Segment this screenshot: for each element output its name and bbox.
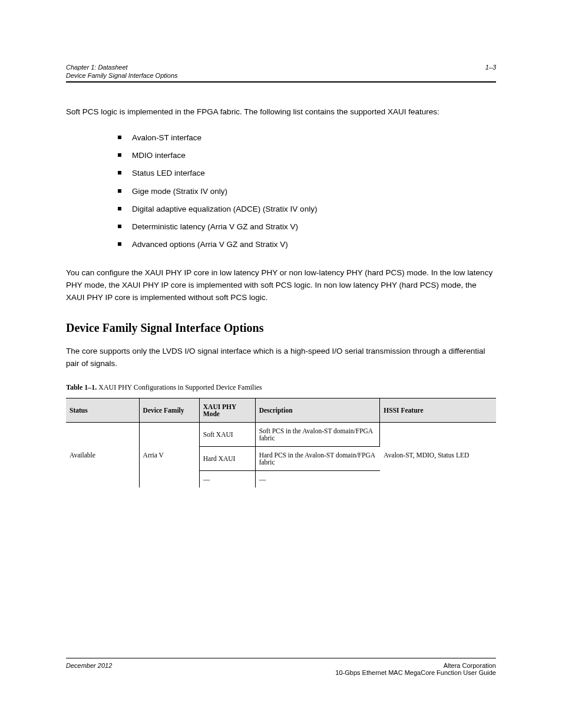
col-status: Status: [66, 398, 139, 423]
col-device: Device Family: [139, 398, 199, 423]
section-heading: Device Family Signal Interface Options: [66, 321, 496, 335]
signal-paragraph: The core supports only the LVDS I/O sign…: [66, 345, 496, 370]
col-xaui: XAUI PHY Mode: [199, 398, 255, 423]
cell-desc: —: [255, 471, 380, 488]
col-hssi: HSSI Feature: [380, 398, 496, 423]
feature-list: Avalon-ST interface MDIO interface Statu…: [118, 129, 496, 254]
header-page-num: 1–3: [485, 64, 496, 71]
header-section: Chapter 1: Datasheet: [66, 64, 128, 71]
header-rule: [66, 81, 496, 83]
table-caption: Table 1–1. XAUI PHY Configurations in Su…: [66, 383, 496, 392]
cell-hssi: Avalon-ST, MDIO, Status LED: [380, 423, 496, 488]
cell-desc: Hard PCS in the Avalon-ST domain/FPGA fa…: [255, 447, 380, 471]
table-header-row: Status Device Family XAUI PHY Mode Descr…: [66, 398, 496, 423]
list-item: Deterministic latency (Arria V GZ and St…: [118, 218, 496, 236]
footer-date: December 2012: [66, 662, 112, 669]
table-row: Available Arria V Soft XAUI Soft PCS in …: [66, 423, 496, 447]
cell-mode: Soft XAUI: [199, 423, 255, 447]
list-item: MDIO interface: [118, 147, 496, 164]
page-footer: December 2012 Altera Corporation 10-Gbps…: [66, 662, 496, 676]
header-subsection: Device Family Signal Interface Options: [66, 72, 496, 79]
cell-desc: Soft PCS in the Avalon-ST domain/FPGA fa…: [255, 423, 380, 447]
footer-company: Altera Corporation: [335, 662, 496, 669]
intro-paragraph: Soft PCS logic is implemented in the FPG…: [66, 106, 496, 118]
page-header: Chapter 1: Datasheet 1–3 Device Family S…: [66, 64, 496, 79]
lowlatency-paragraph: You can configure the XAUI PHY IP core i…: [66, 267, 496, 304]
footer-right: Altera Corporation 10-Gbps Ethernet MAC …: [335, 662, 496, 676]
table-caption-label: Table 1–1.: [66, 383, 97, 391]
page: Chapter 1: Datasheet 1–3 Device Family S…: [0, 0, 562, 728]
footer-product: 10-Gbps Ethernet MAC MegaCore Function U…: [335, 669, 496, 676]
footer-rule: [66, 658, 496, 658]
list-item: Digital adaptive equalization (ADCE) (St…: [118, 200, 496, 218]
cell-mode: Hard XAUI: [199, 447, 255, 471]
config-table: Status Device Family XAUI PHY Mode Descr…: [66, 398, 496, 487]
footer-left: December 2012: [66, 662, 112, 669]
page-body: Soft PCS logic is implemented in the FPG…: [66, 106, 496, 487]
list-item: Gige mode (Stratix IV only): [118, 183, 496, 200]
cell-device: Arria V: [139, 423, 199, 488]
cell-mode: —: [199, 471, 255, 488]
list-item: Avalon-ST interface: [118, 129, 496, 147]
cell-status: Available: [66, 423, 139, 488]
list-item: Advanced options (Arria V GZ and Stratix…: [118, 236, 496, 253]
table-caption-text: XAUI PHY Configurations in Supported Dev…: [98, 383, 262, 391]
list-item: Status LED interface: [118, 164, 496, 182]
col-desc: Description: [255, 398, 380, 423]
